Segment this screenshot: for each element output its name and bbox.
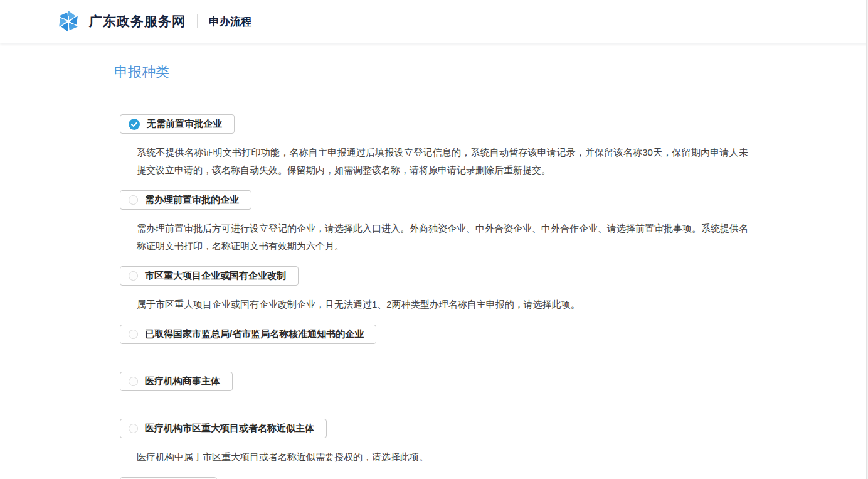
- option-group-major-project-or-soe: 市区重大项目企业或国有企业改制 属于市区重大项目企业或国有企业改制企业，且无法通…: [120, 266, 750, 313]
- option-label: 已取得国家市监总局/省市监局名称核准通知书的企业: [145, 328, 364, 340]
- option-group-medical-major-project: 医疗机构市区重大项目或者名称近似主体 医疗机构中属于市区重大项目或者名称近似需要…: [120, 419, 750, 466]
- radio-unchecked-icon: [129, 271, 138, 281]
- option-group-approved-name-notice: 已取得国家市监总局/省市监局名称核准通知书的企业: [120, 325, 750, 344]
- option-button-major-project-or-soe[interactable]: 市区重大项目企业或国有企业改制: [120, 266, 299, 286]
- option-group-no-prior-approval: 无需前置审批企业 系统不提供名称证明文书打印功能，名称自主申报通过后填报设立登记…: [120, 114, 750, 179]
- option-label: 无需前置审批企业: [147, 118, 222, 130]
- pinwheel-logo-icon: [56, 9, 80, 33]
- header-nav-title: 申办流程: [209, 14, 251, 29]
- radio-unchecked-icon: [129, 424, 138, 433]
- declaration-type-options: 无需前置审批企业 系统不提供名称证明文书打印功能，名称自主申报通过后填报设立登记…: [120, 114, 750, 479]
- option-label: 市区重大项目企业或国有企业改制: [145, 270, 286, 282]
- radio-unchecked-icon: [129, 330, 138, 339]
- option-group-prior-approval: 需办理前置审批的企业 需办理前置审批后方可进行设立登记的企业，请选择此入口进入。…: [120, 190, 750, 255]
- radio-unchecked-icon: [129, 195, 138, 205]
- option-button-medical-commercial-entity[interactable]: 医疗机构商事主体: [120, 372, 233, 391]
- option-button-prior-approval[interactable]: 需办理前置审批的企业: [120, 190, 251, 210]
- app-header: 广东政务服务网 申办流程: [0, 0, 868, 43]
- option-button-no-prior-approval[interactable]: 无需前置审批企业: [120, 114, 235, 134]
- option-description: 系统不提供名称证明文书打印功能，名称自主申报通过后填报设立登记信息的，系统自动暂…: [137, 144, 748, 179]
- option-group-medical-commercial-entity: 医疗机构商事主体: [120, 372, 750, 391]
- option-button-approved-name-notice[interactable]: 已取得国家市监总局/省市监局名称核准通知书的企业: [120, 325, 376, 344]
- radio-checked-icon: [129, 119, 140, 130]
- page-title: 申报种类: [114, 63, 750, 81]
- header-divider: [197, 14, 198, 28]
- radio-unchecked-icon: [129, 377, 138, 386]
- option-label: 医疗机构商事主体: [145, 375, 220, 387]
- site-logo-text[interactable]: 广东政务服务网: [89, 13, 186, 30]
- option-description: 属于市区重大项目企业或国有企业改制企业，且无法通过1、2两种类型办理名称自主申报…: [137, 296, 748, 313]
- option-button-medical-major-project[interactable]: 医疗机构市区重大项目或者名称近似主体: [120, 419, 327, 438]
- option-label: 需办理前置审批的企业: [145, 194, 239, 206]
- option-label: 医疗机构市区重大项目或者名称近似主体: [145, 422, 314, 434]
- title-divider: [114, 90, 750, 90]
- option-description: 医疗机构中属于市区重大项目或者名称近似需要授权的，请选择此项。: [137, 448, 748, 466]
- main-content: 申报种类 无需前置审批企业 系统不提供名称证明文书打印功能，名称自主申报通过后填…: [0, 63, 868, 479]
- option-description: 需办理前置审批后方可进行设立登记的企业，请选择此入口进入。外商独资企业、中外合资…: [137, 220, 748, 255]
